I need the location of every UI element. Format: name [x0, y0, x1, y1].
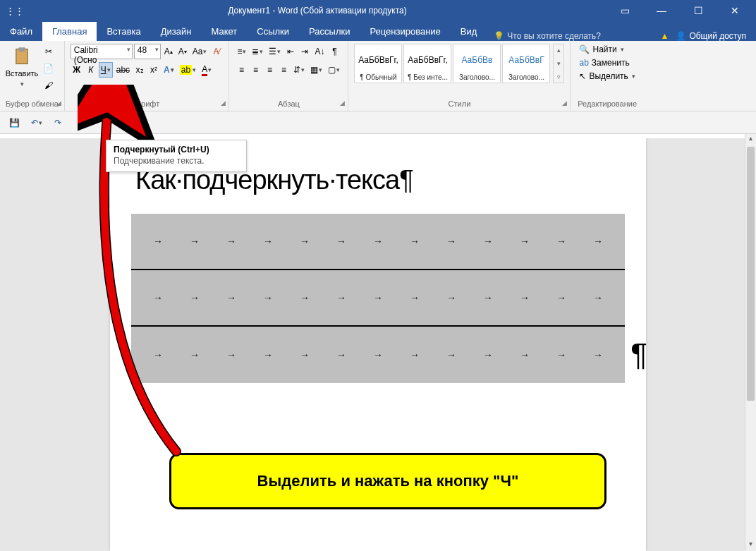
- undo-button[interactable]: ↶▾: [29, 115, 44, 131]
- quick-access-toolbar: 💾 ↶▾ ↷: [0, 111, 756, 134]
- grow-font-button[interactable]: A▴: [162, 44, 175, 59]
- group-font: Calibri (Осно 48 A▴ A▾ Aa▾ A⁄ Ж К Ч▾ abc…: [65, 41, 230, 111]
- select-button[interactable]: ↖Выделить▾: [576, 71, 638, 82]
- dialog-launcher-icon[interactable]: ◢: [221, 99, 226, 107]
- superscript-button[interactable]: x²: [147, 62, 160, 78]
- multilevel-button[interactable]: ☰▾: [267, 44, 283, 59]
- paste-button[interactable]: Вставить ▾: [6, 44, 38, 90]
- group-editing: 🔍Найти▾ abЗаменить ↖Выделить▾ Редактиров…: [571, 41, 643, 111]
- gallery-up-icon[interactable]: ▴: [557, 47, 561, 54]
- pilcrow-mark: ¶: [630, 337, 647, 373]
- align-right-button[interactable]: ≡: [263, 62, 276, 78]
- line-spacing-button[interactable]: ⇵▾: [291, 62, 307, 78]
- align-left-button[interactable]: ≡: [235, 62, 248, 78]
- group-label: Стили◢: [354, 98, 564, 109]
- style-normal[interactable]: АаБбВвГг,¶ Обычный: [354, 44, 402, 83]
- group-clipboard: Вставить ▾ ✂ 📄 🖌 Буфер обмена◢: [0, 41, 65, 111]
- tab-mailings[interactable]: Рассылки: [299, 22, 360, 41]
- dialog-launcher-icon[interactable]: ◢: [340, 99, 345, 107]
- tell-me-search[interactable]: 💡 Что вы хотите сделать?: [494, 31, 601, 41]
- tooltip-body: Подчеркивание текста.: [114, 156, 239, 166]
- style-heading2[interactable]: АаБбВвГЗаголово...: [502, 44, 550, 83]
- underline-button[interactable]: Ч▾: [99, 62, 113, 78]
- group-label: Буфер обмена◢: [6, 98, 59, 109]
- dialog-launcher-icon[interactable]: ◢: [562, 99, 567, 107]
- group-paragraph: ≡▾ ≣▾ ☰▾ ⇤ ⇥ A↓ ¶ ≡ ≡ ≡ ≡ ⇵▾ ▦▾ ▢▾ Абзац…: [229, 41, 348, 111]
- group-label: Абзац◢: [235, 98, 342, 109]
- scroll-thumb[interactable]: [747, 147, 755, 401]
- tab-insert[interactable]: Вставка: [97, 22, 150, 41]
- underline-tooltip: Подчеркнутый (Ctrl+U) Подчеркивание текс…: [106, 140, 247, 172]
- shading-button[interactable]: ▦▾: [308, 62, 324, 78]
- redo-button[interactable]: ↷: [51, 115, 64, 131]
- ribbon-options-icon[interactable]: ▭: [611, 5, 639, 16]
- group-label: Шрифт◢: [71, 98, 224, 109]
- tab-layout[interactable]: Макет: [201, 22, 247, 41]
- tab-design[interactable]: Дизайн: [151, 22, 202, 41]
- vertical-scrollbar[interactable]: ▴ ▾: [745, 134, 756, 551]
- selected-table[interactable]: →→→→→→→→→→→→→ →→→→→→→→→→→→→ →→→→→→→→→→→→…: [131, 214, 625, 383]
- numbering-button[interactable]: ≣▾: [250, 44, 265, 59]
- warning-icon[interactable]: ▲: [660, 31, 669, 41]
- justify-button[interactable]: ≡: [277, 62, 290, 78]
- tab-references[interactable]: Ссылки: [247, 22, 299, 41]
- table-row[interactable]: →→→→→→→→→→→→→: [131, 214, 625, 270]
- font-color-button[interactable]: A▾: [200, 62, 214, 78]
- subscript-button[interactable]: x₂: [133, 62, 146, 78]
- font-name-combo[interactable]: Calibri (Осно: [71, 44, 133, 59]
- tab-file[interactable]: Файл: [0, 22, 42, 41]
- ribbon: Вставить ▾ ✂ 📄 🖌 Буфер обмена◢ Calibri (…: [0, 41, 756, 111]
- copy-button[interactable]: 📄: [41, 61, 56, 76]
- table-row[interactable]: →→→→→→→→→→→→→ ¶: [131, 327, 625, 383]
- share-button[interactable]: 👤 Общий доступ: [676, 31, 746, 41]
- app-menu-icon[interactable]: ⋮⋮: [6, 6, 24, 16]
- minimize-button[interactable]: —: [647, 5, 676, 16]
- sort-button[interactable]: A↓: [312, 44, 327, 59]
- borders-button[interactable]: ▢▾: [326, 62, 342, 78]
- increase-indent-button[interactable]: ⇥: [298, 44, 311, 59]
- group-label: Редактирование: [576, 98, 638, 109]
- window-title: Документ1 - Word (Сбой активации продукт…: [24, 6, 611, 16]
- text-effects-button[interactable]: A▾: [161, 62, 176, 78]
- close-button[interactable]: ✕: [721, 5, 749, 16]
- ribbon-tabs: Файл Главная Вставка Дизайн Макет Ссылки…: [0, 21, 756, 41]
- scroll-up-icon[interactable]: ▴: [745, 134, 756, 145]
- replace-icon: ab: [579, 58, 588, 68]
- maximize-button[interactable]: ☐: [684, 5, 712, 16]
- style-heading1[interactable]: АаБбВвЗаголово...: [453, 44, 501, 83]
- clear-formatting-button[interactable]: A⁄: [210, 44, 223, 59]
- decrease-indent-button[interactable]: ⇤: [284, 44, 297, 59]
- gallery-down-icon[interactable]: ▾: [557, 60, 561, 67]
- strikethrough-button[interactable]: abc: [114, 62, 132, 78]
- scroll-down-icon[interactable]: ▾: [745, 540, 756, 551]
- tab-review[interactable]: Рецензирование: [360, 22, 450, 41]
- lightbulb-icon: 💡: [494, 31, 504, 41]
- table-row[interactable]: →→→→→→→→→→→→→: [131, 270, 625, 327]
- gallery-more-icon[interactable]: ▿: [557, 73, 561, 80]
- cursor-icon: ↖: [579, 71, 586, 81]
- font-size-combo[interactable]: 48: [134, 44, 161, 59]
- instruction-callout: Выделить и нажать на кнопку "Ч": [169, 453, 606, 509]
- format-painter-button[interactable]: 🖌: [41, 78, 56, 93]
- style-no-spacing[interactable]: АаБбВвГг,¶ Без инте...: [403, 44, 451, 83]
- highlight-button[interactable]: ab▾: [178, 62, 198, 78]
- svg-rect-1: [18, 47, 25, 52]
- group-styles: АаБбВвГг,¶ Обычный АаБбВвГг,¶ Без инте..…: [348, 41, 571, 111]
- tab-view[interactable]: Вид: [451, 22, 487, 41]
- bullets-button[interactable]: ≡▾: [235, 44, 248, 59]
- show-marks-button[interactable]: ¶: [329, 44, 341, 59]
- find-button[interactable]: 🔍Найти▾: [576, 44, 638, 55]
- tab-home[interactable]: Главная: [42, 22, 97, 41]
- replace-button[interactable]: abЗаменить: [576, 57, 638, 68]
- save-button[interactable]: 💾: [7, 115, 22, 131]
- align-center-button[interactable]: ≡: [249, 62, 262, 78]
- shrink-font-button[interactable]: A▾: [176, 44, 189, 59]
- change-case-button[interactable]: Aa▾: [190, 44, 209, 59]
- share-icon: 👤: [676, 31, 686, 41]
- tooltip-title: Подчеркнутый (Ctrl+U): [114, 145, 239, 155]
- styles-gallery[interactable]: АаБбВвГг,¶ Обычный АаБбВвГг,¶ Без инте..…: [354, 44, 550, 83]
- dialog-launcher-icon[interactable]: ◢: [56, 99, 61, 107]
- title-bar: ⋮⋮ Документ1 - Word (Сбой активации прод…: [0, 0, 756, 21]
- cut-button[interactable]: ✂: [41, 44, 56, 59]
- chevron-down-icon: ▾: [20, 80, 24, 87]
